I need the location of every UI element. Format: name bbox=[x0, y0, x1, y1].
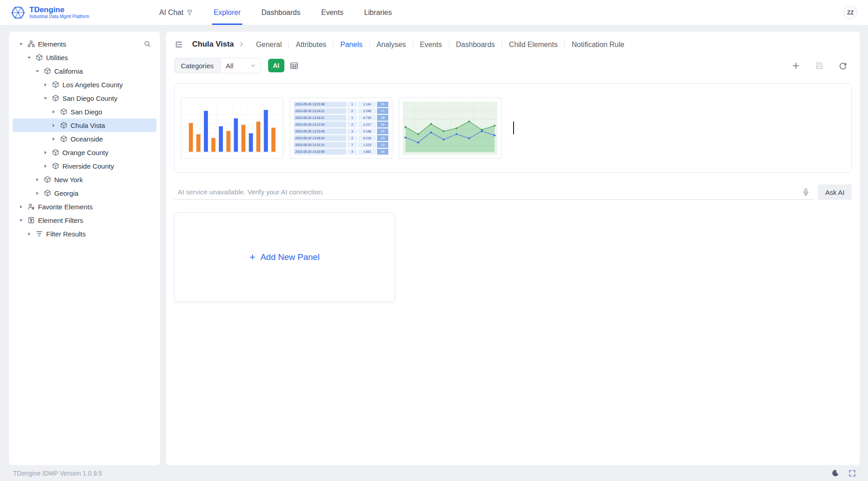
footer-icons bbox=[830, 468, 857, 478]
page-title: Chula Vista bbox=[192, 40, 234, 49]
search-icon[interactable] bbox=[144, 40, 155, 47]
nav-libraries[interactable]: Libraries bbox=[364, 0, 392, 25]
tree-item-label: Chula Vista bbox=[71, 122, 105, 129]
tab-notification-rule[interactable]: Notification Rule bbox=[564, 41, 631, 48]
save-button[interactable] bbox=[813, 59, 826, 72]
panel-thumbnail-area-chart[interactable] bbox=[399, 98, 501, 159]
add-panel-button[interactable] bbox=[789, 59, 802, 72]
panel-thumbnail-table[interactable]: 2023-05-30 13:23:0811.141312023-05-30 13… bbox=[290, 98, 392, 159]
cell-id: 1 bbox=[347, 102, 358, 108]
chevron-down-icon[interactable] bbox=[42, 95, 49, 101]
tab-bar: GeneralAttributesPanelsAnalysesEventsDas… bbox=[249, 41, 631, 48]
tree-item-san-diego[interactable]: San Diego bbox=[13, 105, 156, 118]
cube-icon bbox=[52, 81, 59, 88]
tab-general[interactable]: General bbox=[249, 41, 288, 48]
tree-item-label: California bbox=[54, 67, 83, 75]
tree-item-utilities[interactable]: Utilities bbox=[13, 51, 156, 64]
tree-item-georgia[interactable]: Georgia bbox=[13, 186, 156, 200]
ai-input[interactable]: AI service unavailable. Verify your AI c… bbox=[174, 184, 813, 200]
filters-icon bbox=[28, 217, 35, 224]
tree-item-chula-vista[interactable]: Chula Vista bbox=[13, 118, 156, 132]
tree-item-orange-county[interactable]: Orange County bbox=[13, 146, 156, 159]
cell-value: 4.198 bbox=[358, 128, 376, 134]
categories-button[interactable]: Categories bbox=[174, 58, 220, 73]
cell-timestamp: 2023-05-30 13:24:21 bbox=[294, 108, 346, 114]
tab-attributes[interactable]: Attributes bbox=[288, 41, 333, 48]
tree-item-label: Favorite Elements bbox=[38, 203, 93, 211]
cell-metric: 25 bbox=[377, 122, 388, 127]
chevron-right-icon[interactable] bbox=[42, 163, 49, 169]
brand[interactable]: TDengine Industrial Data Mgmt Platform bbox=[11, 0, 89, 25]
table-preview-row: 2023-05-30 13:23:0634.19822 bbox=[294, 128, 388, 134]
tree-item-label: Element Filters bbox=[38, 217, 83, 224]
cell-id: 2 bbox=[347, 108, 358, 114]
tree-item-filter-results[interactable]: Filter Results bbox=[13, 227, 156, 240]
microphone-icon[interactable] bbox=[802, 188, 810, 196]
chevron-down-icon[interactable] bbox=[17, 41, 24, 47]
chevron-right-icon[interactable] bbox=[33, 190, 41, 196]
nav-dashboards[interactable]: Dashboards bbox=[261, 0, 300, 25]
tree-item-element-filters[interactable]: Element Filters bbox=[13, 213, 156, 227]
ai-view-button[interactable]: AI bbox=[268, 59, 284, 72]
breadcrumb-chevron-icon bbox=[238, 41, 245, 47]
tree-item-riverside-county[interactable]: Riverside County bbox=[13, 159, 156, 173]
cell-value: 6.733 bbox=[358, 115, 376, 121]
tree-item-oceanside[interactable]: Oceanside bbox=[13, 132, 156, 146]
cell-timestamp: 2023-05-30 13:23:06 bbox=[294, 128, 346, 134]
tab-analyses[interactable]: Analyses bbox=[369, 41, 413, 48]
tree-item-new-york[interactable]: New York bbox=[13, 173, 156, 186]
nav-label: Explorer bbox=[214, 9, 241, 17]
chevron-right-icon[interactable] bbox=[50, 136, 57, 142]
table-preview: 2023-05-30 13:23:0811.141312023-05-30 13… bbox=[294, 102, 388, 155]
chevron-right-icon[interactable] bbox=[25, 231, 33, 237]
chevron-right-icon[interactable] bbox=[50, 109, 57, 115]
fullscreen-icon[interactable] bbox=[847, 468, 857, 478]
ask-ai-button[interactable]: Ask AI bbox=[818, 184, 852, 200]
tab-child-elements[interactable]: Child Elements bbox=[502, 41, 565, 48]
tab-events[interactable]: Events bbox=[413, 41, 449, 48]
dark-mode-icon[interactable] bbox=[830, 468, 840, 478]
tree-item-san-diego-county[interactable]: San Diego County bbox=[13, 91, 156, 105]
table-preview-row: 2023-05-30 14:33:0841.66134 bbox=[294, 149, 388, 155]
cube-icon bbox=[36, 54, 43, 61]
toolbar-right bbox=[789, 59, 849, 72]
nav-events[interactable]: Events bbox=[321, 0, 343, 25]
cell-timestamp: 2023-05-30 13:23:08 bbox=[294, 102, 346, 108]
panel-thumbnail-bar-chart[interactable] bbox=[181, 98, 283, 159]
cell-id: 7 bbox=[347, 142, 358, 148]
table-view-button[interactable] bbox=[288, 59, 301, 72]
cell-metric: 17 bbox=[377, 108, 388, 114]
tree-item-favorite-elements[interactable]: Favorite Elements bbox=[13, 200, 156, 213]
nav-label: Events bbox=[321, 9, 343, 17]
cell-value: 1.661 bbox=[358, 149, 376, 155]
avatar[interactable]: ZZ bbox=[844, 6, 857, 19]
chevron-down-icon[interactable] bbox=[17, 217, 24, 223]
cube-icon bbox=[52, 94, 59, 102]
tree-item-los-angeles-county[interactable]: Los Angeles County bbox=[13, 78, 156, 91]
chevron-right-icon[interactable] bbox=[50, 123, 57, 128]
chevron-right-icon[interactable] bbox=[17, 204, 24, 210]
add-new-panel-card[interactable]: + Add New Panel bbox=[174, 212, 395, 302]
category-filter-group: Categories All bbox=[174, 58, 261, 73]
refresh-button[interactable] bbox=[836, 59, 849, 72]
category-select[interactable]: All bbox=[220, 58, 261, 73]
tab-panels[interactable]: Panels bbox=[333, 41, 369, 48]
brand-name: TDengine bbox=[29, 6, 89, 14]
collapse-sidebar-button[interactable] bbox=[172, 38, 185, 51]
tree-item-elements[interactable]: Elements bbox=[13, 37, 156, 51]
tab-dashboards[interactable]: Dashboards bbox=[449, 41, 502, 48]
nav-ai-chat[interactable]: AI Chat bbox=[159, 0, 193, 25]
chevron-down-icon[interactable] bbox=[25, 55, 33, 61]
cell-value: 1.141 bbox=[358, 102, 376, 108]
tree-item-label: Georgia bbox=[54, 189, 78, 197]
tree-item-label: New York bbox=[54, 176, 83, 184]
ai-bar: AI service unavailable. Verify your AI c… bbox=[174, 184, 852, 200]
cell-timestamp: 2023-05-30 13:12:24 bbox=[294, 122, 346, 127]
chevron-right-icon[interactable] bbox=[42, 150, 49, 156]
chevron-down-icon[interactable] bbox=[33, 68, 41, 74]
cell-metric: 34 bbox=[377, 149, 388, 155]
chevron-right-icon[interactable] bbox=[42, 82, 49, 88]
nav-explorer[interactable]: Explorer bbox=[214, 0, 241, 25]
chevron-right-icon[interactable] bbox=[33, 177, 41, 183]
tree-item-california[interactable]: California bbox=[13, 64, 156, 78]
